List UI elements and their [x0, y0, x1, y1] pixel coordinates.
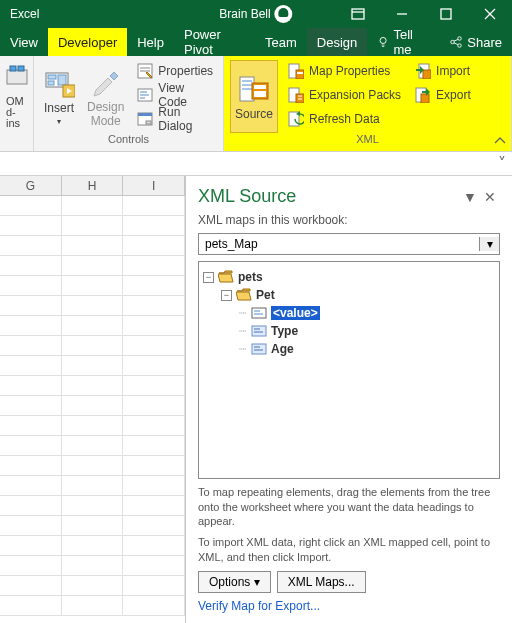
cell[interactable] [0, 336, 62, 356]
cell[interactable] [123, 456, 185, 476]
cell[interactable] [123, 516, 185, 536]
cell[interactable] [0, 436, 62, 456]
formula-bar-expand[interactable]: ˅ [492, 154, 512, 173]
tab-help[interactable]: Help [127, 28, 174, 56]
run-dialog-button[interactable]: Run Dialog [133, 108, 217, 130]
import-button[interactable]: Import [411, 60, 475, 82]
tab-design[interactable]: Design [307, 28, 367, 56]
cell[interactable] [62, 416, 124, 436]
cell[interactable] [0, 256, 62, 276]
cell[interactable] [62, 356, 124, 376]
cell[interactable] [123, 336, 185, 356]
options-button[interactable]: Options ▾ [198, 571, 271, 593]
expansion-packs-button[interactable]: Expansion Packs [284, 84, 405, 106]
verify-map-link[interactable]: Verify Map for Export... [198, 599, 500, 613]
col-header-h[interactable]: H [62, 176, 124, 195]
bell-icon[interactable] [275, 5, 293, 23]
cell[interactable] [62, 296, 124, 316]
cell[interactable] [0, 536, 62, 556]
cell[interactable] [0, 576, 62, 596]
cell[interactable] [123, 236, 185, 256]
cell[interactable] [62, 316, 124, 336]
tab-power-pivot[interactable]: Power Pivot [174, 28, 255, 56]
cell[interactable] [0, 296, 62, 316]
cell[interactable] [0, 596, 62, 616]
cell[interactable] [0, 556, 62, 576]
cell[interactable] [62, 236, 124, 256]
cell[interactable] [62, 476, 124, 496]
xml-maps-dropdown[interactable]: pets_Map ▾ [198, 233, 500, 255]
cell[interactable] [123, 596, 185, 616]
share-button[interactable]: Share [439, 28, 512, 56]
cell[interactable] [0, 496, 62, 516]
export-button[interactable]: Export [411, 84, 475, 106]
cell[interactable] [0, 456, 62, 476]
tell-me[interactable]: Tell me [367, 28, 439, 56]
cell[interactable] [123, 436, 185, 456]
cell[interactable] [123, 296, 185, 316]
cell[interactable] [62, 556, 124, 576]
cell[interactable] [62, 256, 124, 276]
tree-node-age[interactable]: ┈ Age [203, 340, 495, 358]
cell[interactable] [62, 496, 124, 516]
cell[interactable] [0, 216, 62, 236]
tree-node-pet[interactable]: − Pet [203, 286, 495, 304]
refresh-data-button[interactable]: Refresh Data [284, 108, 405, 130]
cell[interactable] [62, 576, 124, 596]
cell[interactable] [123, 536, 185, 556]
cell[interactable] [123, 316, 185, 336]
cell[interactable] [123, 496, 185, 516]
cell[interactable] [62, 596, 124, 616]
view-code-button[interactable]: View Code [133, 84, 217, 106]
cell[interactable] [0, 416, 62, 436]
insert-controls-button[interactable]: Insert ▾ [40, 60, 78, 133]
cell[interactable] [123, 256, 185, 276]
cell[interactable] [62, 396, 124, 416]
cell[interactable] [123, 416, 185, 436]
cell[interactable] [0, 196, 62, 216]
tab-developer[interactable]: Developer [48, 28, 127, 56]
cell[interactable] [62, 216, 124, 236]
cell[interactable] [123, 556, 185, 576]
cell[interactable] [0, 476, 62, 496]
cell[interactable] [123, 276, 185, 296]
tab-team[interactable]: Team [255, 28, 307, 56]
minimize-button[interactable] [380, 0, 424, 28]
cell[interactable] [123, 576, 185, 596]
cell[interactable] [62, 336, 124, 356]
tree-node-value[interactable]: ┈ <value> [203, 304, 495, 322]
cell[interactable] [0, 316, 62, 336]
ribbon-display-options-button[interactable] [336, 0, 380, 28]
xml-tree[interactable]: − pets − Pet ┈ <value> ┈ Type ┈ [198, 261, 500, 479]
maximize-button[interactable] [424, 0, 468, 28]
pane-options-button[interactable]: ▼ [460, 189, 480, 205]
close-button[interactable] [468, 0, 512, 28]
cell[interactable] [62, 516, 124, 536]
cell[interactable] [0, 276, 62, 296]
map-properties-button[interactable]: Map Properties [284, 60, 405, 82]
chevron-down-icon[interactable]: ▾ [479, 237, 499, 251]
cell[interactable] [0, 356, 62, 376]
cell[interactable] [62, 456, 124, 476]
tab-view[interactable]: View [0, 28, 48, 56]
cell[interactable] [123, 356, 185, 376]
cell[interactable] [62, 376, 124, 396]
cell[interactable] [123, 476, 185, 496]
formula-bar[interactable]: ˅ [0, 152, 512, 176]
cell[interactable] [0, 236, 62, 256]
collapse-ribbon-button[interactable] [492, 133, 508, 149]
col-header-g[interactable]: G [0, 176, 62, 195]
cell[interactable] [62, 436, 124, 456]
col-header-i[interactable]: I [123, 176, 185, 195]
tree-node-root[interactable]: − pets [203, 268, 495, 286]
cell[interactable] [62, 536, 124, 556]
cell[interactable] [62, 276, 124, 296]
cell[interactable] [123, 216, 185, 236]
cell[interactable] [123, 376, 185, 396]
xml-maps-button[interactable]: XML Maps... [277, 571, 366, 593]
properties-button[interactable]: Properties [133, 60, 217, 82]
source-button[interactable]: Source [230, 60, 278, 133]
tree-node-type[interactable]: ┈ Type [203, 322, 495, 340]
cell[interactable] [62, 196, 124, 216]
cell[interactable] [123, 396, 185, 416]
